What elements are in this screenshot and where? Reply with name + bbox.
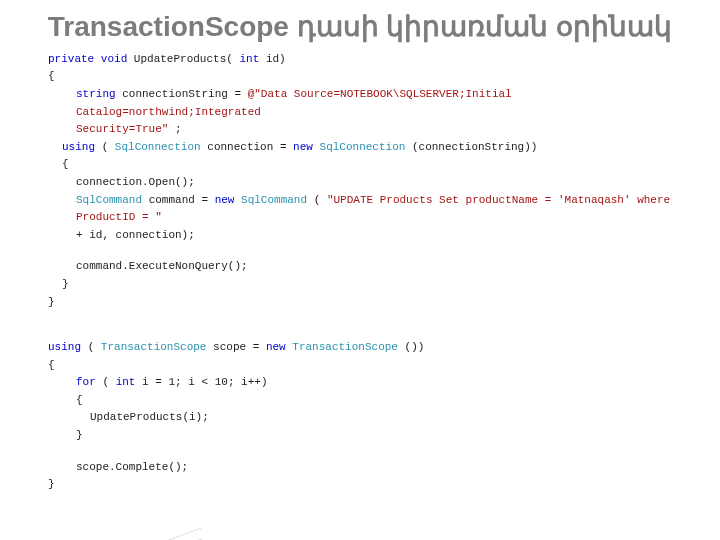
keyword: int: [239, 53, 259, 65]
code-line: Security=True" ;: [76, 121, 684, 139]
code-text: i = 1; i < 10; i++): [142, 376, 267, 388]
code-text: UpdateProducts(: [134, 53, 233, 65]
code-text: id): [266, 53, 286, 65]
keyword: string: [76, 88, 116, 100]
code-text: (: [102, 141, 109, 153]
type: TransactionScope: [292, 341, 398, 353]
code-line: SqlCommand command = new SqlCommand ( "U…: [76, 192, 684, 227]
type: SqlCommand: [241, 194, 307, 206]
code-line: }: [76, 427, 684, 445]
code-text: (: [88, 341, 95, 353]
code-text: (: [102, 376, 109, 388]
keyword: void: [101, 53, 127, 65]
code-line: }: [62, 276, 684, 294]
type: SqlConnection: [115, 141, 201, 153]
code-line: {: [48, 68, 684, 86]
code-line: UpdateProducts(i);: [90, 409, 684, 427]
code-block: private void UpdateProducts( int id) { s…: [0, 51, 720, 494]
string-literal: Security=True": [76, 123, 168, 135]
keyword: private: [48, 53, 94, 65]
code-line: {: [76, 392, 684, 410]
type: TransactionScope: [101, 341, 207, 353]
code-line: for ( int i = 1; i < 10; i++): [76, 374, 684, 392]
type: SqlCommand: [76, 194, 142, 206]
code-text: (connectionString)): [412, 141, 537, 153]
keyword: for: [76, 376, 96, 388]
code-line: }: [48, 476, 684, 494]
code-line: connection.Open();: [76, 174, 684, 192]
code-text: command =: [149, 194, 215, 206]
code-text: ;: [175, 123, 182, 135]
code-line: {: [62, 156, 684, 174]
code-line: command.ExecuteNonQuery();: [76, 258, 684, 276]
keyword: new: [293, 141, 313, 153]
code-line: using ( TransactionScope scope = new Tra…: [48, 339, 684, 357]
code-text: (: [314, 194, 321, 206]
code-text: connectionString =: [122, 88, 247, 100]
keyword: using: [48, 341, 81, 353]
code-line: using ( SqlConnection connection = new S…: [62, 139, 684, 157]
code-line: scope.Complete();: [76, 459, 684, 477]
code-text: scope =: [213, 341, 266, 353]
code-line: {: [48, 357, 684, 375]
keyword: using: [62, 141, 95, 153]
keyword: new: [266, 341, 286, 353]
keyword: int: [116, 376, 136, 388]
code-text: ()): [405, 341, 425, 353]
keyword: new: [215, 194, 235, 206]
code-line: string connectionString = @"Data Source=…: [76, 86, 684, 121]
code-line: private void UpdateProducts( int id): [48, 51, 684, 69]
code-line: }: [48, 294, 684, 312]
type: SqlConnection: [320, 141, 406, 153]
slide-title: TransactionScope դասի կիրառման օրինակ: [0, 12, 720, 43]
code-line: + id, connection);: [76, 227, 684, 245]
code-text: connection =: [207, 141, 293, 153]
